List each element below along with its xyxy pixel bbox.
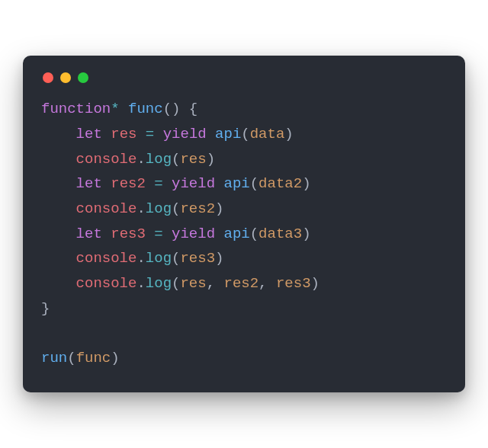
code-token: . — [136, 275, 145, 292]
code-token: ( — [241, 126, 249, 142]
code-token — [120, 101, 128, 117]
code-token: = — [154, 175, 162, 192]
code-token: api — [223, 175, 249, 192]
code-token: = — [154, 226, 162, 242]
code-token: log — [146, 275, 172, 292]
code-token — [102, 175, 111, 192]
stage: function* func() { let res = yield api(d… — [0, 0, 488, 448]
code-token: let — [76, 126, 102, 142]
code-token: , — [207, 275, 224, 292]
code-token: = — [146, 126, 154, 142]
close-icon[interactable] — [43, 72, 53, 83]
code-token: ) — [207, 151, 215, 168]
code-token: func — [76, 350, 111, 366]
code-token — [207, 126, 215, 142]
code-token: ) — [284, 126, 293, 142]
code-token: res3 — [111, 226, 146, 242]
code-token — [163, 226, 172, 242]
code-token: res — [180, 151, 206, 168]
code-token: { — [189, 101, 197, 117]
code-token — [154, 126, 162, 142]
code-token: data3 — [258, 226, 302, 242]
code-token — [180, 101, 188, 117]
code-token — [146, 175, 154, 192]
code-token: , — [258, 275, 276, 292]
code-token: ( — [67, 350, 75, 366]
code-token — [163, 175, 172, 192]
code-token: data2 — [258, 175, 302, 192]
code-token: log — [146, 151, 172, 168]
code-token: ) — [311, 275, 319, 292]
code-token: func — [128, 101, 163, 117]
code-token: data — [250, 126, 285, 142]
code-token: ) — [215, 250, 223, 267]
code-token: yield — [172, 226, 215, 242]
code-token: console — [76, 275, 137, 292]
zoom-icon[interactable] — [78, 72, 88, 83]
code-token: console — [76, 250, 137, 267]
code-token: * — [111, 101, 119, 117]
code-token: ( — [172, 275, 180, 292]
code-token: res2 — [180, 200, 215, 217]
code-token: yield — [163, 126, 207, 142]
code-block: function* func() { let res = yield api(d… — [41, 97, 447, 370]
code-token: ) — [302, 226, 310, 242]
code-token: res — [111, 126, 136, 142]
window-titlebar — [41, 71, 447, 97]
code-token: res — [180, 275, 206, 292]
code-token: api — [215, 126, 241, 142]
minimize-icon[interactable] — [60, 72, 71, 83]
code-token: res3 — [276, 275, 311, 292]
code-token: . — [136, 151, 145, 168]
code-token: ( — [172, 250, 180, 267]
code-token: function — [41, 101, 111, 117]
code-token: yield — [172, 175, 215, 192]
code-token: log — [146, 250, 172, 267]
code-token: ( — [250, 175, 258, 192]
code-token: . — [136, 200, 145, 217]
code-token: res3 — [180, 250, 215, 267]
code-token: ( — [172, 151, 180, 168]
code-token: console — [76, 200, 137, 217]
code-token: console — [76, 151, 137, 168]
code-token: ( — [172, 200, 180, 217]
code-token — [136, 126, 145, 142]
code-token: ) — [302, 175, 310, 192]
code-token: res2 — [111, 175, 146, 192]
code-token: } — [41, 300, 50, 317]
code-token: let — [76, 175, 102, 192]
code-token: . — [136, 250, 145, 267]
code-token — [215, 226, 223, 242]
code-token: ) — [215, 200, 223, 217]
code-window: function* func() { let res = yield api(d… — [23, 56, 465, 392]
code-token: ) — [111, 350, 119, 366]
code-token: () — [163, 101, 181, 117]
code-token: ( — [250, 226, 258, 242]
code-token: res2 — [224, 275, 259, 292]
code-token — [215, 175, 223, 192]
code-token — [102, 226, 111, 242]
code-token: let — [76, 226, 102, 242]
code-token — [146, 226, 154, 242]
code-token: log — [146, 200, 172, 217]
code-token — [102, 126, 111, 142]
code-token: run — [41, 350, 67, 366]
code-token: api — [223, 226, 249, 242]
